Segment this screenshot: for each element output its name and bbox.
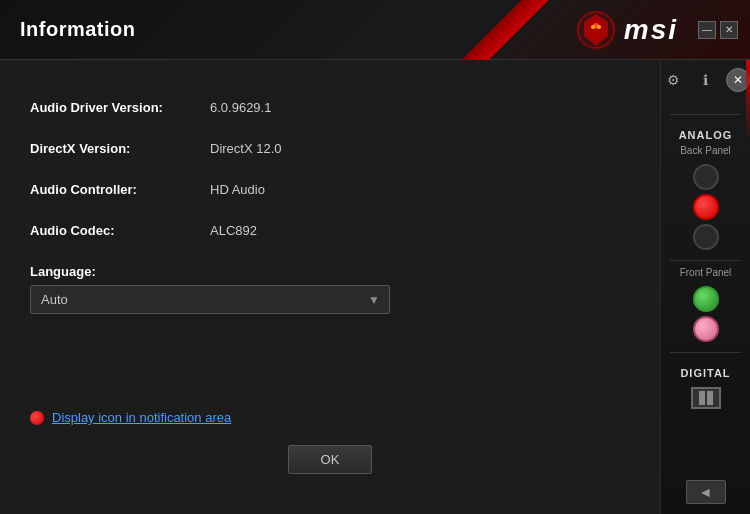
collapse-button[interactable]: ◄	[686, 480, 726, 504]
directx-value: DirectX 12.0	[210, 141, 282, 156]
title-bar-right: msi — ✕	[574, 8, 738, 52]
info-icon-button[interactable]: ℹ	[694, 68, 718, 92]
controller-value: HD Audio	[210, 182, 265, 197]
driver-value: 6.0.9629.1	[210, 100, 271, 115]
minimize-button[interactable]: —	[698, 21, 716, 39]
port-back-3[interactable]	[693, 224, 719, 250]
info-row-directx: DirectX Version: DirectX 12.0	[30, 141, 630, 156]
panel-close-button[interactable]: ✕	[726, 68, 750, 92]
close-icon: ✕	[733, 73, 743, 87]
driver-label: Audio Driver Version:	[30, 100, 210, 115]
svg-point-2	[591, 25, 595, 29]
info-row-driver: Audio Driver Version: 6.0.9629.1	[30, 100, 630, 115]
language-select[interactable]: Auto English Chinese Japanese German Fre…	[30, 285, 390, 314]
info-section: Audio Driver Version: 6.0.9629.1 DirectX…	[30, 80, 630, 400]
button-row: OK	[30, 445, 630, 474]
info-icon: ℹ	[703, 72, 708, 88]
digital-bar-1	[699, 391, 705, 405]
title-bar: Information msi — ✕	[0, 0, 750, 60]
language-label: Language:	[30, 264, 630, 279]
codec-value: ALC892	[210, 223, 257, 238]
controller-label: Audio Controller:	[30, 182, 210, 197]
red-dot-icon	[30, 411, 44, 425]
ok-button[interactable]: OK	[288, 445, 373, 474]
port-front-1[interactable]	[693, 286, 719, 312]
msi-dragon-icon	[574, 8, 618, 52]
lower-divider	[670, 352, 741, 353]
svg-point-3	[597, 25, 601, 29]
right-panel: ⚙ ℹ ✕ ANALOG Back Panel Front Panel	[660, 60, 750, 514]
port-back-2[interactable]	[693, 194, 719, 220]
main-content: Audio Driver Version: 6.0.9629.1 DirectX…	[0, 60, 750, 514]
digital-inner	[699, 391, 713, 405]
language-select-wrapper: Auto English Chinese Japanese German Fre…	[30, 285, 390, 314]
window-title: Information	[20, 18, 136, 41]
digital-bar-2	[707, 391, 713, 405]
mid-divider	[670, 260, 741, 261]
back-panel-label: Back Panel	[680, 145, 731, 156]
arrow-icon: ◄	[699, 484, 713, 500]
port-front-2[interactable]	[693, 316, 719, 342]
directx-label: DirectX Version:	[30, 141, 210, 156]
settings-icon-button[interactable]: ⚙	[662, 68, 686, 92]
right-top-icons: ⚙ ℹ ✕	[654, 68, 751, 92]
window-controls: — ✕	[698, 21, 738, 39]
gear-icon: ⚙	[667, 72, 680, 88]
info-row-controller: Audio Controller: HD Audio	[30, 182, 630, 197]
msi-brand-text: msi	[624, 14, 678, 46]
front-panel-ports	[693, 286, 719, 342]
left-panel: Audio Driver Version: 6.0.9629.1 DirectX…	[0, 60, 660, 514]
analog-label: ANALOG	[679, 129, 733, 141]
app-window: Information msi — ✕	[0, 0, 750, 514]
notification-link[interactable]: Display icon in notification area	[52, 410, 231, 425]
digital-port-icon[interactable]	[691, 387, 721, 409]
front-panel-label: Front Panel	[680, 267, 732, 278]
info-row-codec: Audio Codec: ALC892	[30, 223, 630, 238]
language-row: Language: Auto English Chinese Japanese …	[30, 264, 630, 314]
msi-logo: msi	[574, 8, 678, 52]
codec-label: Audio Codec:	[30, 223, 210, 238]
top-divider	[670, 114, 741, 115]
close-button[interactable]: ✕	[720, 21, 738, 39]
back-panel-ports	[693, 164, 719, 250]
port-back-1[interactable]	[693, 164, 719, 190]
notification-row: Display icon in notification area	[30, 410, 630, 425]
digital-label: DIGITAL	[680, 367, 730, 379]
